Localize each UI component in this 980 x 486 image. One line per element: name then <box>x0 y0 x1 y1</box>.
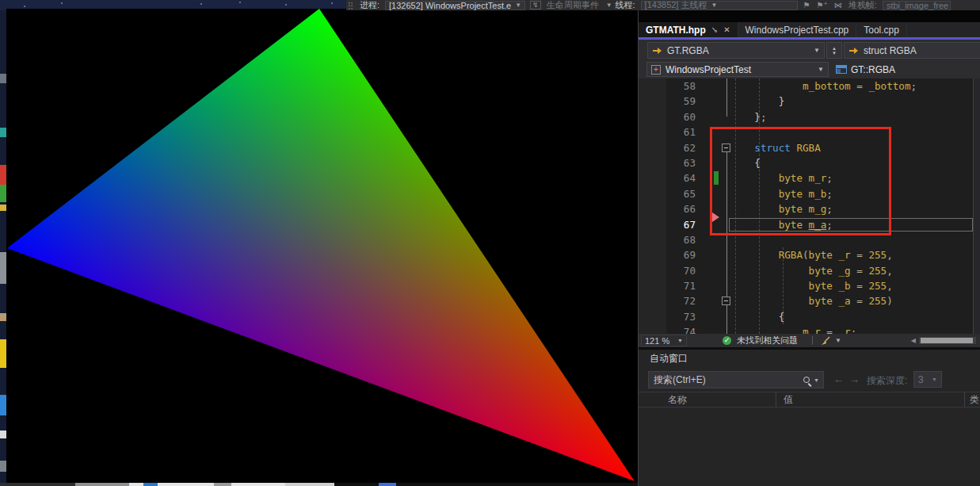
line-number[interactable]: 74 <box>639 324 696 334</box>
autos-table-header: 名称值类 <box>639 392 980 408</box>
tab-label: Tool.cpp <box>864 25 899 36</box>
pin-icon[interactable]: ⊸ <box>709 25 720 36</box>
lifecycle-events-icon[interactable]: ↯ <box>530 1 541 10</box>
line-number[interactable]: 65 <box>639 186 696 201</box>
line-number[interactable]: 62 <box>639 140 696 155</box>
down-arrow-icon[interactable]: ▼ <box>832 51 837 55</box>
chevron-down-icon[interactable]: ▼ <box>606 2 612 9</box>
column-header-值[interactable]: 值 <box>776 392 965 407</box>
code-text[interactable]: RGBA(byte _r = 255, <box>730 247 893 262</box>
line-number[interactable]: 61 <box>639 124 696 140</box>
desktop-left-edge <box>0 10 6 483</box>
search-depth-label: 搜索深度: <box>867 374 907 388</box>
line-number[interactable]: 60 <box>639 109 696 124</box>
tab-gtmath-hpp[interactable]: GTMATH.hpp⊸✕ <box>639 22 738 37</box>
column-header-名称[interactable]: 名称 <box>639 392 776 407</box>
code-text[interactable]: byte _a = 255) <box>730 293 893 308</box>
line-number[interactable]: 71 <box>639 278 696 293</box>
code-line-70[interactable]: 70byte _g = 255, <box>639 263 973 278</box>
process-dropdown[interactable]: [132652] WindowsProjectTest.e ▼ <box>385 1 525 10</box>
line-number[interactable]: 58 <box>639 78 696 94</box>
annotation-rectangle <box>710 127 891 235</box>
chevron-down-icon[interactable]: ▼ <box>814 377 819 383</box>
line-number[interactable]: 73 <box>639 309 696 324</box>
toolbar-grip[interactable] <box>348 2 353 10</box>
scroll-left-icon[interactable]: ◀ <box>911 337 916 344</box>
line-number[interactable]: 68 <box>639 232 696 247</box>
line-number[interactable]: 63 <box>639 155 696 170</box>
line-number[interactable]: 69 <box>639 247 696 262</box>
fold-collapse-icon[interactable] <box>722 297 730 305</box>
document-tab-bar: GTMATH.hpp⊸✕WindowsProjectTest.cppTool.c… <box>639 22 980 37</box>
autos-window-title: 自动窗口 <box>650 352 688 365</box>
chevron-down-icon[interactable]: ▼ <box>835 337 841 344</box>
back-arrow-icon[interactable]: ← <box>833 373 844 385</box>
line-number[interactable]: 72 <box>639 293 696 308</box>
horizontal-scrollbar[interactable]: ◀ <box>911 337 976 344</box>
chevron-down-icon: ▼ <box>515 2 521 9</box>
navigation-bar: GT.RGBA ▼ ▲ ▼ struct RGBA <box>639 40 980 61</box>
scrollbar-thumb[interactable] <box>921 338 973 343</box>
tab-tool-cpp[interactable]: Tool.cpp <box>856 22 907 37</box>
code-line-73[interactable]: 73{ <box>639 309 973 324</box>
screen: 进程: [132652] WindowsProjectTest.e ▼ ↯ 生命… <box>0 0 980 486</box>
process-label: 进程: <box>360 0 379 10</box>
flag-icon[interactable]: ⚑ <box>803 1 810 10</box>
line-number[interactable]: 67 <box>639 217 696 232</box>
parallel-stacks-icon[interactable]: ⋈ <box>834 1 842 10</box>
chevron-down-icon: ▼ <box>814 47 820 54</box>
code-line-74[interactable]: 74m_r = _r; <box>639 324 973 334</box>
project-dropdown[interactable]: + WindowsProjectTest ▼ <box>646 62 829 77</box>
member-spinner[interactable]: ▲ ▼ <box>826 42 842 59</box>
stackframe-dropdown[interactable]: stbi_image_free <box>883 1 951 10</box>
lifecycle-events-button[interactable]: 生命周期事件 <box>547 0 599 10</box>
chevron-down-icon: ▼ <box>711 2 717 9</box>
code-line-59[interactable]: 59} <box>639 94 973 109</box>
code-text[interactable]: { <box>730 309 784 324</box>
code-text[interactable]: m_r = _r; <box>730 324 856 334</box>
member-dropdown[interactable]: struct RGBA <box>844 42 980 59</box>
column-header-类[interactable]: 类 <box>965 392 980 407</box>
symbol-dropdown[interactable]: GT::RGBA <box>830 62 980 77</box>
line-number[interactable]: 64 <box>639 170 696 186</box>
tab-windowsprojecttest-cpp[interactable]: WindowsProjectTest.cpp <box>738 22 857 37</box>
code-line-58[interactable]: 58m_bottom = _bottom; <box>639 78 973 94</box>
forward-arrow-icon[interactable]: → <box>849 373 860 385</box>
code-line-69[interactable]: 69RGBA(byte _r = 255, <box>639 247 973 262</box>
autos-window: 自动窗口 ▼ ← → 搜索深度: 3 ▼ 名称值类 <box>639 350 980 486</box>
code-text[interactable]: m_bottom = _bottom; <box>730 78 917 94</box>
chevron-down-icon: ▼ <box>677 338 683 343</box>
flag-current-thread-icon[interactable]: ⚑⁺ <box>817 1 828 10</box>
code-line-71[interactable]: 71byte _b = 255, <box>639 278 973 293</box>
code-editor[interactable]: 58m_bottom = _bottom;59}60};6162struct R… <box>639 78 973 334</box>
code-line-60[interactable]: 60}; <box>639 109 973 124</box>
code-line-72[interactable]: 72byte _a = 255) <box>639 293 973 308</box>
line-number[interactable]: 59 <box>639 94 696 109</box>
scope-dropdown[interactable]: GT.RGBA ▼ <box>647 42 825 59</box>
thread-dropdown[interactable]: [143852] 主线程 ▼ <box>641 1 798 10</box>
debug-toolbar: 进程: [132652] WindowsProjectTest.e ▼ ↯ 生命… <box>346 0 980 10</box>
tab-label: WindowsProjectTest.cpp <box>745 25 849 36</box>
code-cleanup-broom-icon[interactable] <box>821 336 831 346</box>
editor-panel: GTMATH.hpp⊸✕WindowsProjectTest.cppTool.c… <box>638 10 980 486</box>
code-text[interactable]: byte _g = 255, <box>730 263 893 278</box>
code-text[interactable]: } <box>730 94 784 109</box>
zoom-dropdown[interactable]: 121 % ▼ <box>641 335 687 346</box>
code-text[interactable]: }; <box>730 109 767 124</box>
line-number[interactable]: 70 <box>639 263 696 278</box>
separator <box>812 336 813 345</box>
editor-top-gap <box>639 10 980 22</box>
search-icon[interactable] <box>803 377 810 383</box>
editor-bottom-bar: 121 % ▼ ✓ 未找到相关问题 ▼ ◀ <box>639 334 980 347</box>
code-text[interactable]: byte _b = 255, <box>730 278 893 293</box>
search-input[interactable] <box>649 374 803 385</box>
taskbar-sliver <box>0 483 638 486</box>
vertical-scrollbar[interactable] <box>973 78 980 334</box>
line-number[interactable]: 66 <box>639 201 696 216</box>
close-icon[interactable]: ✕ <box>723 25 730 34</box>
search-box[interactable]: ▼ <box>648 371 824 388</box>
chevron-down-icon: ▼ <box>818 66 824 73</box>
nav-arrow-icon <box>652 47 662 55</box>
document-health-icon[interactable] <box>693 336 702 345</box>
search-depth-dropdown[interactable]: 3 ▼ <box>913 371 942 388</box>
